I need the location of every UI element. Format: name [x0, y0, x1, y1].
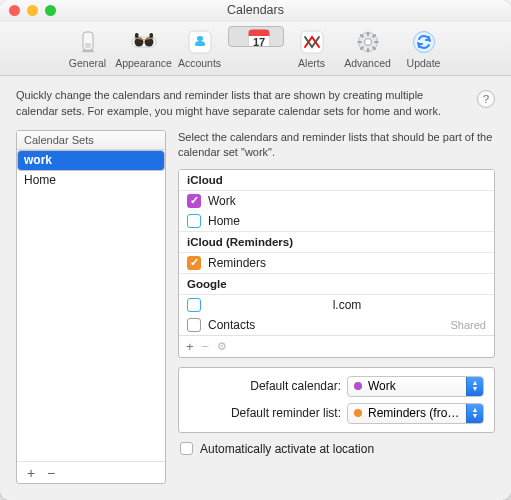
default-calendar-label: Default calendar: [189, 379, 341, 393]
checkbox-icon[interactable] [187, 318, 201, 332]
tab-label: Alerts [298, 57, 325, 69]
svg-line-20 [361, 35, 363, 37]
calendar-sets-header: Calendar Sets [17, 131, 165, 150]
svg-point-25 [413, 32, 434, 53]
picker-description: Select the calendars and reminder lists … [178, 130, 495, 160]
tab-label: General [69, 57, 106, 69]
group-google: Google [179, 273, 494, 295]
tab-alerts[interactable]: Alerts [284, 26, 340, 73]
calendars-icon: 17 [246, 27, 272, 47]
svg-rect-1 [85, 43, 91, 48]
window-title: Calendars [0, 3, 511, 17]
calendar-sets-column: Calendar Sets work Home + − [16, 130, 166, 484]
group-icloud: iCloud [179, 170, 494, 191]
help-button[interactable]: ? [477, 90, 495, 108]
tab-label: Appearance [115, 57, 172, 69]
calendar-picker: iCloud Work Home iCloud (Reminders) Remi… [178, 169, 495, 358]
remove-calendar-button[interactable]: − [202, 339, 210, 354]
calendar-row-home[interactable]: Home [179, 211, 494, 231]
checkbox-icon[interactable] [187, 256, 201, 270]
gear-icon[interactable]: ⚙ [217, 340, 227, 353]
tab-label: Update [407, 57, 441, 69]
svg-line-21 [373, 47, 375, 49]
pane-body: Quickly change the calendars and reminde… [0, 76, 511, 500]
reminder-row-reminders[interactable]: Reminders [179, 253, 494, 273]
default-reminder-select[interactable]: Reminders (from Gene… ▲▼ [347, 403, 484, 424]
stepper-icon: ▲▼ [466, 377, 483, 396]
default-reminder-label: Default reminder list: [189, 406, 341, 420]
set-row-work[interactable]: work [17, 150, 165, 171]
picker-footer: + − ⚙ [179, 335, 494, 357]
alerts-icon [299, 29, 325, 55]
calendar-row-google-primary[interactable]: l.com [179, 295, 494, 315]
pane-description: Quickly change the calendars and reminde… [16, 88, 495, 120]
add-set-button[interactable]: + [22, 465, 40, 481]
auto-activate-row[interactable]: Automatically activate at location [178, 442, 495, 456]
checkbox-icon[interactable] [187, 194, 201, 208]
color-dot-icon [354, 409, 362, 417]
auto-activate-label: Automatically activate at location [200, 442, 374, 456]
tab-label: Advanced [344, 57, 391, 69]
tab-calendars[interactable]: 17 Calendars [228, 26, 284, 47]
general-icon [75, 29, 101, 55]
calendar-label: Reminders [208, 256, 266, 270]
calendar-sets-list: Calendar Sets work Home + − [16, 130, 166, 484]
default-calendar-select[interactable]: Work ▲▼ [347, 376, 484, 397]
remove-set-button[interactable]: − [42, 465, 60, 481]
select-value: Reminders (from Gene… [368, 406, 466, 420]
advanced-icon [355, 29, 381, 55]
svg-line-23 [373, 35, 375, 37]
svg-text:17: 17 [252, 36, 264, 47]
sets-footer: + − [17, 461, 165, 483]
calendar-label: Contacts [208, 318, 255, 332]
update-icon [411, 29, 437, 55]
tab-general[interactable]: General [60, 26, 116, 73]
stepper-icon: ▲▼ [466, 404, 483, 423]
svg-line-22 [361, 47, 363, 49]
checkbox-icon[interactable] [187, 298, 201, 312]
tab-appearance[interactable]: Appearance [116, 26, 172, 73]
svg-rect-2 [82, 50, 94, 52]
tab-update[interactable]: Update [396, 26, 452, 73]
accounts-icon [187, 29, 213, 55]
color-dot-icon [354, 382, 362, 390]
preferences-window: Calendars General Appearance [0, 0, 511, 500]
tab-advanced[interactable]: Advanced [340, 26, 396, 73]
appearance-icon [131, 29, 157, 55]
select-value: Work [368, 379, 466, 393]
checkbox-icon[interactable] [180, 442, 193, 455]
group-icloud-reminders: iCloud (Reminders) [179, 231, 494, 253]
svg-rect-14 [301, 31, 323, 53]
titlebar: Calendars [0, 0, 511, 22]
calendar-label: l.com [208, 298, 486, 312]
preferences-toolbar: General Appearance Accounts [0, 22, 511, 76]
set-row-home[interactable]: Home [17, 171, 165, 189]
calendar-row-contacts[interactable]: Contacts Shared [179, 315, 494, 335]
set-detail-column: Select the calendars and reminder lists … [178, 130, 495, 484]
calendar-label: Work [208, 194, 236, 208]
defaults-group: Default calendar: Work ▲▼ Default remind… [178, 367, 495, 433]
svg-rect-6 [135, 33, 139, 38]
tab-accounts[interactable]: Accounts [172, 26, 228, 73]
shared-badge: Shared [451, 319, 486, 331]
calendar-label: Home [208, 214, 240, 228]
svg-point-24 [364, 39, 371, 46]
checkbox-icon[interactable] [187, 214, 201, 228]
add-calendar-button[interactable]: + [186, 339, 194, 354]
svg-rect-7 [149, 33, 153, 38]
svg-point-9 [196, 36, 202, 41]
tab-label: Accounts [178, 57, 221, 69]
calendar-row-work[interactable]: Work [179, 191, 494, 211]
